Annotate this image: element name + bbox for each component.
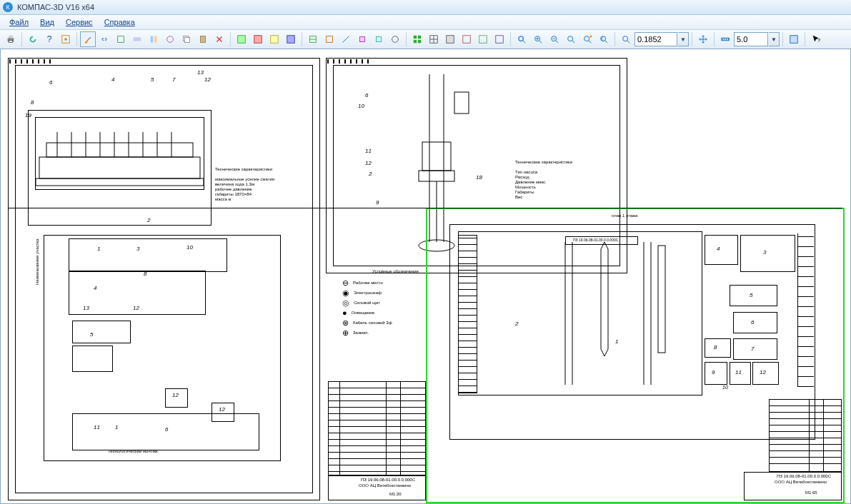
room-number: 12 — [760, 369, 766, 376]
separator — [782, 32, 783, 46]
svg-rect-25 — [418, 40, 421, 43]
brush-icon[interactable] — [80, 31, 96, 47]
pan-icon[interactable] — [695, 31, 711, 47]
callout: 18 — [476, 174, 482, 181]
print-icon[interactable] — [3, 31, 19, 47]
grid4-icon[interactable] — [459, 31, 474, 47]
svg-rect-14 — [254, 36, 262, 44]
step-input[interactable] — [734, 32, 768, 46]
svg-rect-22 — [414, 36, 417, 39]
room — [733, 312, 777, 333]
dim4-icon[interactable] — [354, 31, 370, 47]
callout: 2 — [369, 171, 372, 177]
layer1-icon[interactable] — [234, 31, 249, 47]
step-icon[interactable] — [717, 31, 733, 47]
binding-mark — [327, 59, 370, 64]
grid5-icon[interactable] — [475, 31, 491, 47]
room-number: 12 — [219, 406, 225, 413]
plan-room — [72, 321, 131, 343]
tool4-icon[interactable] — [162, 31, 178, 47]
room-number: 4 — [94, 285, 96, 291]
menu-service[interactable]: Сервис — [61, 16, 98, 28]
zoom-window-icon[interactable] — [514, 31, 529, 47]
zoom-out-icon[interactable] — [547, 31, 562, 47]
app-title: КОМПАС-3D V16 x64 — [17, 3, 94, 11]
layer2-icon[interactable] — [250, 31, 266, 47]
dim2-icon[interactable] — [322, 31, 337, 47]
tech-spec-text: Технические характеристики максимальное … — [215, 167, 304, 202]
copy-icon[interactable] — [179, 31, 194, 47]
dim6-icon[interactable] — [387, 31, 403, 47]
separator — [614, 32, 615, 46]
workspace: 8 6 4 5 7 13 12 19 2 Технические характе… — [0, 49, 851, 504]
tool2-icon[interactable] — [129, 31, 145, 47]
binding-mark — [9, 59, 52, 64]
equipment — [551, 235, 694, 393]
room-number: 12 — [172, 392, 179, 398]
toolbar: ? ▼ ▼ ? — [0, 30, 851, 49]
legend-symbol: ⊕ — [342, 328, 349, 338]
room — [705, 338, 731, 358]
legend: ⊖Рабочее место ◉Электрошкаф ◎Силовой щит… — [342, 278, 435, 338]
layer3-icon[interactable] — [267, 31, 282, 47]
legend-symbol: ◉ — [342, 288, 349, 298]
side-label: Наименование участка — [35, 238, 39, 285]
select-arrow-icon[interactable]: ? — [808, 31, 824, 47]
room-number: 1 — [97, 246, 100, 252]
refresh-icon[interactable] — [25, 31, 41, 47]
zoom-fit-icon[interactable] — [563, 31, 579, 47]
svg-rect-8 — [154, 36, 157, 43]
zoom-input[interactable] — [634, 32, 677, 46]
zoom-in-icon[interactable] — [530, 31, 546, 47]
plan-room — [72, 346, 113, 372]
svg-rect-54 — [36, 178, 204, 186]
dim1-icon[interactable] — [305, 31, 321, 47]
help-icon[interactable]: ? — [41, 31, 57, 47]
dim3-icon[interactable] — [338, 31, 354, 47]
grid1-icon[interactable] — [409, 31, 425, 47]
zoom-scale-icon[interactable] — [618, 31, 634, 47]
layer4-icon[interactable] — [283, 31, 299, 47]
equipment-svg — [551, 235, 694, 392]
menu-file[interactable]: Файл — [4, 16, 34, 28]
dim5-icon[interactable] — [371, 31, 387, 47]
stair-hatch — [458, 235, 477, 393]
separator — [510, 32, 511, 46]
room-number: 1 — [115, 424, 118, 430]
title-block-inset: ПЗ 19.06.08-01.00.0.0.000С — [565, 236, 638, 245]
svg-rect-19 — [360, 37, 365, 42]
step-dropdown-icon[interactable]: ▼ — [769, 32, 780, 46]
svg-point-9 — [167, 36, 174, 43]
zoom-sel-icon[interactable] — [579, 31, 595, 47]
drawing-canvas[interactable]: 8 6 4 5 7 13 12 19 2 Технические характе… — [1, 49, 850, 503]
callout: 11 — [365, 148, 372, 154]
callout: 6 — [49, 79, 52, 86]
link-icon[interactable] — [96, 31, 112, 47]
settings-icon[interactable] — [58, 31, 74, 47]
svg-rect-61 — [454, 92, 469, 114]
svg-rect-5 — [118, 36, 124, 43]
callout: 7 — [172, 76, 175, 83]
room-number: 10 — [186, 244, 193, 251]
room-number: 11 — [735, 369, 742, 376]
zoom-dropdown-icon[interactable]: ▼ — [678, 32, 689, 46]
grid3-icon[interactable] — [442, 31, 458, 47]
grid2-icon[interactable] — [426, 31, 442, 47]
menu-help[interactable]: Справка — [99, 16, 140, 28]
room-number: 8 — [144, 271, 146, 277]
svg-rect-57 — [422, 142, 451, 171]
grid6-icon[interactable] — [492, 31, 507, 47]
paste-icon[interactable] — [195, 31, 211, 47]
svg-rect-58 — [419, 171, 454, 181]
room — [705, 235, 738, 265]
redraw-icon[interactable] — [786, 31, 802, 47]
cut-icon[interactable] — [211, 31, 227, 47]
tool1-icon[interactable] — [113, 31, 129, 47]
svg-rect-16 — [287, 36, 295, 44]
svg-rect-1 — [9, 36, 12, 39]
menu-view[interactable]: Вид — [35, 16, 59, 28]
zoom-prev-icon[interactable] — [596, 31, 612, 47]
svg-rect-37 — [590, 36, 592, 38]
svg-rect-43 — [39, 157, 200, 178]
tool3-icon[interactable] — [146, 31, 161, 47]
